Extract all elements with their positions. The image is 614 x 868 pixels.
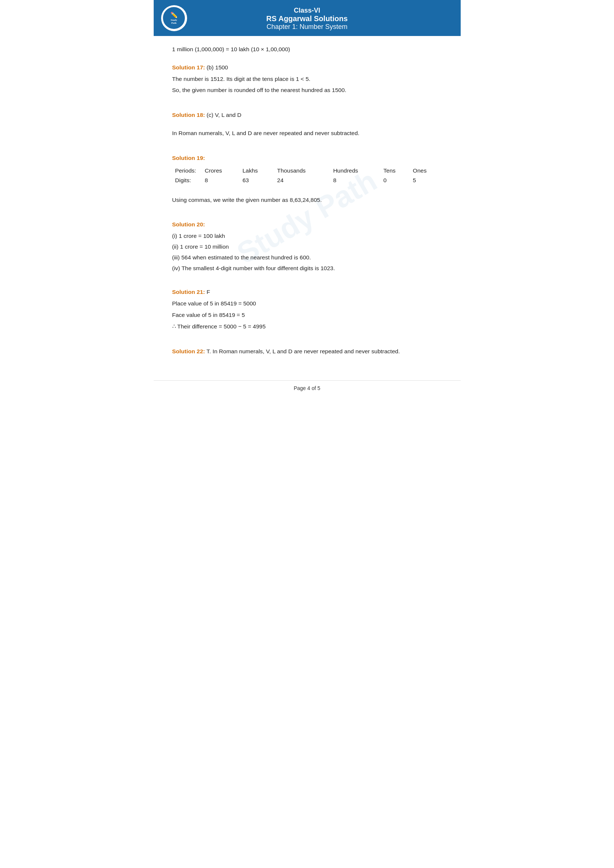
solution20-item1: (i) 1 crore = 100 lakh	[172, 232, 442, 241]
solution17-header: Solution 17: (b) 1500	[172, 63, 442, 72]
solution17-line2: So, the given number is rounded off to t…	[172, 86, 442, 95]
gap7	[172, 274, 442, 281]
crores-header: Crores	[202, 166, 240, 175]
hundreds-header: Hundreds	[330, 166, 380, 175]
gap2	[172, 97, 442, 104]
solution18-line1: In Roman numerals, V, L and D are never …	[172, 129, 442, 138]
gap7b	[172, 281, 442, 288]
solution18-header: Solution 18: (c) V, L and D	[172, 111, 442, 120]
solution19-row: Solution 19:	[172, 153, 442, 163]
solution17-row: Solution 17: (b) 1500	[172, 63, 442, 72]
table-digits-row: Digits: 8 63 24 8 0 5	[172, 175, 442, 185]
gap4	[172, 140, 442, 147]
solution19-line1: Using commas, we write the given number …	[172, 195, 442, 205]
solution21-line3: ∴ Their difference = 5000 − 5 = 4995	[172, 322, 442, 332]
solution21-label: Solution 21:	[172, 289, 205, 295]
table-header-row: Periods: Crores Lakhs Thousands Hundreds…	[172, 166, 442, 175]
intro-line: 1 million (1,000,000) = 10 lakh (10 × 1,…	[172, 45, 442, 54]
solution21-header: Solution 21: F	[172, 288, 442, 297]
solution18-row: Solution 18: (c) V, L and D	[172, 111, 442, 120]
solution19-header: Solution 19:	[172, 153, 442, 163]
ones-value: 5	[410, 175, 442, 185]
gap8	[172, 333, 442, 340]
solution17-label: Solution 17:	[172, 64, 205, 71]
solution21-row: Solution 21: F	[172, 288, 442, 297]
solution18-answer: (c) V, L and D	[205, 112, 241, 118]
solution17-answer: (b) 1500	[205, 64, 228, 71]
page: ✏️ StudyPath Class-VI RS Aggarwal Soluti…	[154, 0, 460, 434]
logo-inner: ✏️ StudyPath	[162, 6, 186, 30]
footer-text: Page 4 of 5	[294, 385, 320, 391]
class-label: Class-VI	[266, 7, 347, 14]
solution22-answer: T. In Roman numerals, V, L and D are nev…	[205, 348, 400, 354]
periods-table: Periods: Crores Lakhs Thousands Hundreds…	[172, 166, 442, 185]
gap8b	[172, 340, 442, 347]
gap3	[172, 122, 442, 129]
solution21-line2: Face value of 5 in 85419 = 5	[172, 311, 442, 320]
thousands-header: Thousands	[274, 166, 330, 175]
logo-text: StudyPath	[171, 19, 177, 25]
gap6	[172, 207, 442, 213]
tens-header: Tens	[380, 166, 410, 175]
logo: ✏️ StudyPath	[161, 5, 187, 31]
solution21-answer: F	[205, 289, 210, 295]
footer: Page 4 of 5	[154, 380, 460, 395]
solution21-line1: Place value of 5 in 85419 = 5000	[172, 299, 442, 308]
book-title: RS Aggarwal Solutions	[266, 14, 347, 23]
solution20-item2: (ii) 1 crore = 10 million	[172, 242, 442, 252]
pencil-icon: ✏️	[171, 11, 178, 19]
ones-header: Ones	[410, 166, 442, 175]
solution22-row: Solution 22: T. In Roman numerals, V, L …	[172, 347, 442, 356]
chapter-title: Chapter 1: Number System	[266, 23, 347, 31]
solution22-label: Solution 22:	[172, 348, 205, 354]
periods-header-cell: Periods:	[172, 166, 202, 175]
solution20-label: Solution 20:	[172, 221, 205, 228]
content-area: 1 million (1,000,000) = 10 lakh (10 × 1,…	[154, 36, 460, 369]
gap4b	[172, 147, 442, 153]
lakhs-value: 63	[239, 175, 274, 185]
solution20-item3: (iii) 564 when estimated to the nearest …	[172, 253, 442, 262]
lakhs-header: Lakhs	[239, 166, 274, 175]
gap1	[172, 56, 442, 63]
header: ✏️ StudyPath Class-VI RS Aggarwal Soluti…	[154, 0, 460, 36]
solution18-label: Solution 18:	[172, 112, 205, 118]
content-inner: 1 million (1,000,000) = 10 lakh (10 × 1,…	[172, 45, 442, 356]
tens-value: 0	[380, 175, 410, 185]
gap6b	[172, 213, 442, 220]
solution19-label: Solution 19:	[172, 155, 205, 161]
digits-label-cell: Digits:	[172, 175, 202, 185]
solution20-row: Solution 20:	[172, 220, 442, 229]
solution17-line1: The number is 1512. Its digit at the ten…	[172, 74, 442, 84]
solution20-item4: (iv) The smallest 4-digit number with fo…	[172, 264, 442, 273]
logo-circle: ✏️ StudyPath	[161, 5, 187, 31]
solution20-header: Solution 20:	[172, 220, 442, 229]
crores-value: 8	[202, 175, 240, 185]
thousands-value: 24	[274, 175, 330, 185]
solution22-header: Solution 22: T. In Roman numerals, V, L …	[172, 347, 442, 356]
gap5	[172, 189, 442, 195]
hundreds-value: 8	[330, 175, 380, 185]
header-text: Class-VI RS Aggarwal Solutions Chapter 1…	[266, 7, 347, 31]
gap2b	[172, 104, 442, 111]
